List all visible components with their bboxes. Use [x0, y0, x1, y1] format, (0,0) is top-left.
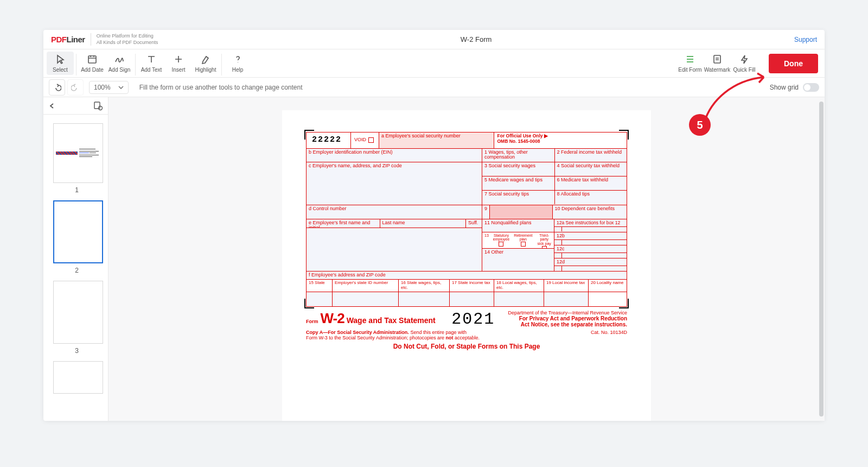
thumbnail-list[interactable]: ▬▬▬▬▬▬▬▬▬▬▬▬▬▬▬▬▬▬▬▬▬▬▬▬▬▬▬▬ ▬▬▬▬▬▬▬▬▬▬▬…	[43, 115, 108, 421]
canvas-scrollbar[interactable]	[819, 102, 824, 416]
add-text-tool[interactable]: Add Text	[138, 52, 165, 75]
field-10[interactable]: 10 Dependent care benefits	[553, 205, 627, 219]
field-19: 19 Local income tax	[544, 280, 589, 292]
field-12d[interactable]: 12d	[554, 258, 627, 272]
support-link[interactable]: Support	[794, 36, 817, 43]
svg-rect-2	[94, 102, 100, 109]
field-9: 9	[482, 205, 553, 219]
field-3[interactable]: 3 Social security wages	[482, 162, 555, 176]
chevron-left-icon[interactable]	[49, 103, 55, 109]
text-icon	[146, 54, 157, 65]
field-c[interactable]: c Employer's name, address, and ZIP code	[307, 162, 482, 205]
chevron-down-icon	[118, 86, 124, 89]
field-6[interactable]: 6 Medicare tax withheld	[555, 176, 627, 190]
step-badge-5: 5	[689, 114, 711, 136]
add-sign-tool[interactable]: Add Sign	[106, 52, 133, 75]
plus-icon	[173, 54, 184, 65]
field-14[interactable]: 14 Other	[482, 249, 554, 272]
field-4[interactable]: 4 Social security tax withheld	[555, 162, 627, 176]
editor-body: ▬▬▬▬▬▬▬▬▬▬▬▬▬▬▬▬▬▬▬▬▬▬▬▬▬▬▬▬ ▬▬▬▬▬▬▬▬▬▬▬…	[43, 97, 825, 421]
crop-mark	[304, 299, 314, 308]
help-tool[interactable]: Help	[224, 52, 251, 75]
field-18: 18 Local wages, tips, etc.	[494, 280, 544, 292]
field-12a[interactable]: 12a See instructions for box 12	[554, 219, 627, 232]
field-7[interactable]: 7 Social security tips	[482, 191, 555, 204]
sub-toolbar: 100% Fill the form or use another tools …	[43, 78, 825, 97]
field-15: 15 State	[307, 280, 333, 292]
zoom-dropdown[interactable]: 100%	[89, 81, 129, 94]
page-thumbnail-3[interactable]	[53, 281, 103, 344]
svg-rect-0	[88, 56, 96, 63]
main-toolbar: Select Add Date Add Sign Add Text Insert…	[43, 49, 825, 78]
edit-form-tool[interactable]: Edit Form	[676, 52, 704, 75]
select-tool[interactable]: Select	[47, 52, 74, 75]
undo-button[interactable]	[49, 79, 65, 96]
add-date-tool[interactable]: Add Date	[79, 52, 106, 75]
done-button[interactable]: Done	[769, 54, 818, 73]
brand-tagline: Online Platform for EditingAll Kinds of …	[91, 33, 158, 46]
w2-copy-line: Copy A—For Social Security Administratio…	[306, 330, 627, 340]
field-d[interactable]: d Control number	[307, 205, 482, 219]
help-icon	[232, 54, 243, 65]
show-grid-toggle[interactable]: Show grid	[770, 83, 819, 92]
field-a[interactable]: a Employee's social security number	[379, 132, 494, 148]
field-16: 16 State wages, tips, etc.	[399, 280, 450, 292]
w2-footer: FormW-2Wage and Tax Statement 2021 Depar…	[306, 310, 627, 329]
crop-mark	[304, 130, 314, 140]
toggle-switch[interactable]	[803, 83, 819, 92]
field-20: 20 Locality name	[589, 280, 627, 292]
field-12c[interactable]: 12c	[554, 245, 627, 258]
no-cut-warning: Do Not Cut, Fold, or Staple Forms on Thi…	[306, 343, 627, 350]
field-e-suff[interactable]: Suff.	[466, 219, 482, 228]
field-8[interactable]: 8 Allocated tips	[555, 191, 627, 204]
field-f[interactable]: f Employee's address and ZIP code	[307, 272, 627, 279]
thumb-label-1: 1	[53, 186, 100, 194]
field-b[interactable]: b Employer identification number (EIN)	[307, 149, 482, 162]
cursor-icon	[55, 54, 66, 65]
official-use: For Official Use Only ▶OMB No. 1545-0008	[494, 132, 627, 148]
brand-logo: PDFLiner	[51, 35, 85, 44]
field-17: 17 State income tax	[450, 280, 494, 292]
bolt-icon	[739, 54, 750, 65]
crop-mark	[619, 299, 629, 308]
void-box: VOID	[351, 132, 379, 148]
thumb-label-3: 3	[53, 347, 100, 355]
highlight-tool[interactable]: Highlight	[192, 52, 219, 75]
sign-icon	[114, 54, 125, 65]
svg-rect-1	[714, 55, 720, 63]
field-12b[interactable]: 12b	[554, 232, 627, 245]
hint-text: Fill the form or use another tools to ch…	[139, 84, 303, 91]
field-1[interactable]: 1 Wages, tips, other compensation	[482, 149, 555, 162]
insert-tool[interactable]: Insert	[165, 52, 192, 75]
field-e-body[interactable]	[307, 228, 482, 272]
page-thumbnail-1[interactable]: ▬▬▬▬▬▬▬▬▬▬▬▬▬▬▬▬▬▬▬▬▬▬▬▬▬▬▬▬ ▬▬▬▬▬▬▬▬▬▬▬…	[53, 123, 103, 183]
crop-mark	[619, 130, 629, 140]
watermark-icon	[712, 54, 723, 65]
svg-point-3	[99, 106, 103, 110]
calendar-icon	[87, 54, 98, 65]
page-thumbnails-icon[interactable]	[93, 101, 103, 111]
page-thumbnail-4[interactable]	[53, 361, 103, 394]
canvas-area[interactable]: 22222 VOID a Employee's social security …	[108, 97, 825, 421]
field-e-first[interactable]: e Employee's first name and initial	[307, 219, 380, 228]
redo-icon	[71, 83, 80, 92]
undo-icon	[53, 83, 61, 92]
field-11[interactable]: 11 Nonqualified plans	[482, 219, 554, 232]
document-title: W-2 Form	[158, 35, 794, 43]
thumb-label-2: 2	[53, 267, 100, 274]
thumbnail-sidebar: ▬▬▬▬▬▬▬▬▬▬▬▬▬▬▬▬▬▬▬▬▬▬▬▬▬▬▬▬ ▬▬▬▬▬▬▬▬▬▬▬…	[43, 97, 108, 421]
field-e-last[interactable]: Last name	[380, 219, 467, 228]
form-year: 2021	[451, 310, 495, 329]
editform-icon	[685, 54, 695, 65]
watermark-tool[interactable]: Watermark	[704, 52, 731, 75]
w2-form: 22222 VOID a Employee's social security …	[306, 132, 627, 307]
field-5[interactable]: 5 Medicare wages and tips	[482, 176, 555, 190]
quickfill-tool[interactable]: Quick Fill	[731, 52, 758, 75]
sidebar-tabs	[43, 97, 108, 115]
redo-button[interactable]	[67, 79, 84, 96]
field-2[interactable]: 2 Federal income tax withheld	[555, 149, 627, 162]
field-13[interactable]: 13 Statutory employee Retirement plan Th…	[482, 232, 554, 249]
page-thumbnail-2[interactable]	[53, 200, 103, 263]
app-window: PDFLiner Online Platform for EditingAll …	[43, 30, 825, 421]
app-header: PDFLiner Online Platform for EditingAll …	[43, 30, 825, 49]
